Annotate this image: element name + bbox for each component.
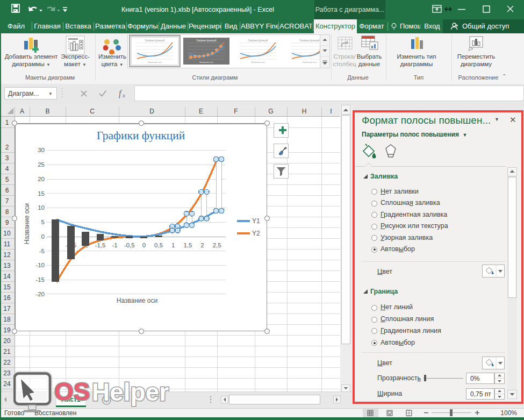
svg-text:20: 20 bbox=[38, 176, 45, 182]
svg-text:Y2: Y2 bbox=[252, 230, 260, 237]
svg-text:D: D bbox=[149, 108, 154, 115]
svg-text:2: 2 bbox=[5, 144, 9, 151]
svg-text:4: 4 bbox=[5, 165, 9, 173]
svg-text:1: 1 bbox=[171, 242, 175, 248]
svg-text:10: 10 bbox=[3, 230, 11, 237]
svg-text:22: 22 bbox=[3, 359, 11, 366]
svg-text:Y1: Y1 bbox=[252, 217, 260, 225]
svg-text:Название оси: Название оси bbox=[148, 61, 161, 63]
svg-text:B: B bbox=[45, 108, 49, 115]
svg-text:1,5: 1,5 bbox=[183, 242, 192, 248]
svg-text:30: 30 bbox=[38, 147, 45, 153]
svg-text:21: 21 bbox=[3, 348, 11, 355]
svg-text:Название оси: Название оси bbox=[303, 61, 316, 63]
svg-text:Название оси: Название оси bbox=[117, 297, 157, 304]
svg-text:2: 2 bbox=[200, 242, 204, 248]
svg-text:100%: 100% bbox=[500, 409, 517, 417]
svg-text:Графики функций: Графики функций bbox=[145, 39, 165, 42]
svg-text:5: 5 bbox=[5, 176, 9, 183]
svg-text:1: 1 bbox=[5, 119, 9, 126]
svg-text:G: G bbox=[268, 108, 273, 115]
svg-text:16: 16 bbox=[3, 294, 11, 302]
svg-text:Helper: Helper bbox=[92, 378, 169, 406]
svg-text:C: C bbox=[90, 108, 95, 115]
svg-text:24: 24 bbox=[3, 380, 11, 388]
svg-text:Графики функций: Графики функций bbox=[299, 39, 320, 42]
svg-text:-15: -15 bbox=[35, 276, 45, 283]
svg-text:23: 23 bbox=[3, 369, 11, 377]
svg-text:17: 17 bbox=[3, 305, 11, 312]
svg-text:15: 15 bbox=[38, 190, 45, 197]
svg-text:11: 11 bbox=[4, 240, 11, 248]
svg-text:Графики функций: Графики функций bbox=[196, 39, 217, 42]
svg-text:9: 9 bbox=[5, 219, 9, 226]
svg-text:x: x bbox=[122, 92, 125, 98]
svg-text:2,5: 2,5 bbox=[213, 242, 221, 248]
svg-text:25: 25 bbox=[38, 161, 45, 168]
svg-text:18: 18 bbox=[3, 316, 11, 323]
svg-text:OS: OS bbox=[54, 378, 90, 405]
svg-text:15: 15 bbox=[3, 283, 11, 291]
svg-text:3: 3 bbox=[5, 154, 9, 162]
svg-text:13: 13 bbox=[3, 262, 11, 269]
svg-text:E: E bbox=[199, 108, 203, 115]
svg-text:H: H bbox=[302, 108, 307, 115]
svg-text:8: 8 bbox=[5, 208, 9, 216]
svg-text:0: 0 bbox=[142, 242, 146, 248]
svg-text:-10: -10 bbox=[35, 262, 45, 268]
svg-text:10: 10 bbox=[38, 204, 45, 211]
svg-text:-1,5: -1,5 bbox=[95, 242, 106, 248]
svg-text:F: F bbox=[234, 108, 238, 115]
svg-text:12: 12 bbox=[3, 251, 11, 259]
svg-text:-5: -5 bbox=[39, 248, 45, 254]
svg-text:-1: -1 bbox=[112, 242, 117, 248]
svg-text:-20: -20 bbox=[35, 291, 45, 297]
svg-text:Название оси: Название оси bbox=[23, 203, 31, 244]
svg-text:Графики функций: Графики функций bbox=[248, 39, 268, 42]
svg-text:19: 19 bbox=[3, 326, 11, 334]
svg-text:Графики функций: Графики функций bbox=[97, 129, 185, 142]
svg-text:I: I bbox=[330, 108, 332, 115]
svg-text:Название оси: Название оси bbox=[251, 61, 264, 63]
svg-text:6: 6 bbox=[5, 187, 9, 194]
svg-text:7: 7 bbox=[5, 197, 9, 205]
svg-text:f: f bbox=[119, 89, 123, 98]
svg-text:20: 20 bbox=[3, 337, 11, 345]
svg-text:0: 0 bbox=[41, 233, 45, 240]
svg-text:Название оси: Название оси bbox=[199, 61, 213, 63]
svg-text:14: 14 bbox=[3, 273, 11, 280]
svg-text:0,5: 0,5 bbox=[154, 242, 163, 248]
svg-text:5: 5 bbox=[41, 219, 45, 225]
svg-text:A: A bbox=[20, 108, 24, 115]
svg-text:-0,5: -0,5 bbox=[124, 242, 135, 248]
